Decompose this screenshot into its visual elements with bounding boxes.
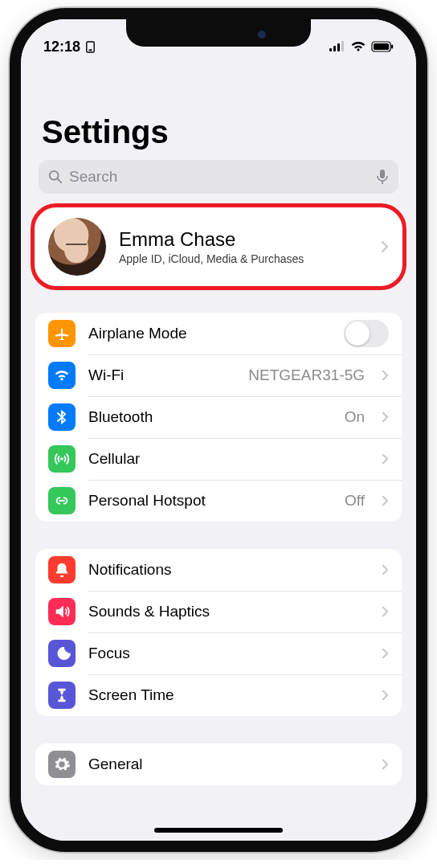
avatar (48, 218, 106, 276)
dictation-icon[interactable] (376, 169, 389, 185)
svg-rect-5 (341, 41, 344, 51)
airplane-toggle[interactable] (344, 320, 389, 347)
row-value: NETGEAR31-5G (248, 366, 365, 384)
svg-rect-3 (333, 46, 336, 51)
search-icon (48, 170, 63, 184)
search-input[interactable]: Search (39, 160, 398, 194)
device-frame: 12:18 Setting (10, 8, 427, 852)
battery-icon (371, 41, 394, 52)
row-label: General (88, 755, 365, 773)
row-label: Airplane Mode (88, 325, 331, 342)
row-label: Screen Time (88, 686, 365, 704)
general-icon (48, 751, 76, 778)
row-bluetooth[interactable]: Bluetooth On (35, 396, 402, 438)
row-airplane-mode[interactable]: Airplane Mode (35, 313, 402, 354)
svg-rect-7 (374, 43, 389, 50)
cellular-icon (48, 445, 76, 473)
portrait-lock-icon (85, 41, 96, 53)
cellular-signal-icon (329, 41, 345, 52)
profile-text: Emma Chase Apple ID, iCloud, Media & Pur… (119, 228, 368, 265)
svg-rect-4 (337, 43, 340, 51)
row-label: Personal Hotspot (88, 492, 332, 510)
chevron-right-icon (382, 411, 389, 423)
apple-id-row[interactable]: Emma Chase Apple ID, iCloud, Media & Pur… (35, 208, 402, 285)
row-label: Sounds & Haptics (88, 603, 365, 620)
svg-rect-11 (380, 170, 385, 178)
screen: 12:18 Setting (21, 19, 416, 841)
row-personal-hotspot[interactable]: Personal Hotspot Off (35, 480, 402, 522)
profile-row-wrap: Emma Chase Apple ID, iCloud, Media & Pur… (35, 208, 402, 285)
status-time-cluster: 12:18 (43, 39, 96, 55)
row-notifications[interactable]: Notifications (35, 549, 402, 591)
device-notch (126, 19, 311, 47)
svg-line-10 (58, 179, 62, 183)
chevron-right-icon (382, 495, 389, 506)
wifi-icon (48, 362, 76, 389)
bluetooth-icon (48, 403, 76, 431)
chevron-right-icon (382, 690, 389, 701)
sounds-icon (48, 598, 76, 625)
chevron-right-icon (381, 240, 389, 253)
svg-rect-2 (329, 48, 332, 51)
chevron-right-icon (382, 606, 389, 617)
status-time: 12:18 (43, 39, 80, 55)
profile-subtitle: Apple ID, iCloud, Media & Purchases (119, 252, 368, 265)
page-title: Settings (21, 58, 416, 160)
svg-rect-1 (89, 49, 92, 51)
row-general[interactable]: General (35, 743, 402, 785)
chevron-right-icon (382, 648, 389, 659)
row-value: Off (345, 492, 365, 510)
screentime-icon (48, 682, 76, 709)
chevron-right-icon (382, 453, 389, 465)
home-indicator[interactable] (154, 828, 283, 833)
svg-rect-8 (391, 45, 393, 49)
row-wifi[interactable]: Wi-Fi NETGEAR31-5G (35, 354, 402, 396)
focus-icon (48, 640, 76, 667)
chevron-right-icon (382, 564, 389, 575)
hotspot-icon (48, 487, 76, 514)
row-sounds[interactable]: Sounds & Haptics (35, 591, 402, 633)
status-icons (329, 41, 394, 52)
airplane-icon (48, 320, 76, 347)
row-label: Notifications (88, 561, 365, 579)
row-label: Cellular (88, 450, 365, 468)
settings-group-connectivity: Airplane Mode Wi-Fi NETGEAR31-5G Bluetoo… (35, 313, 402, 522)
search-placeholder: Search (69, 168, 370, 186)
row-label: Focus (88, 645, 365, 662)
row-screen-time[interactable]: Screen Time (35, 674, 402, 716)
profile-name: Emma Chase (119, 228, 368, 251)
row-cellular[interactable]: Cellular (35, 438, 402, 480)
notifications-icon (48, 556, 76, 583)
chevron-right-icon (382, 370, 389, 381)
row-focus[interactable]: Focus (35, 633, 402, 674)
row-label: Wi-Fi (88, 366, 235, 384)
wifi-icon (350, 41, 366, 52)
svg-point-9 (50, 171, 59, 180)
settings-group-notifications: Notifications Sounds & Haptics Focus Scr… (35, 549, 402, 716)
row-value: On (345, 408, 365, 426)
settings-group-general: General (35, 743, 402, 785)
row-label: Bluetooth (88, 408, 332, 426)
chevron-right-icon (382, 759, 389, 770)
